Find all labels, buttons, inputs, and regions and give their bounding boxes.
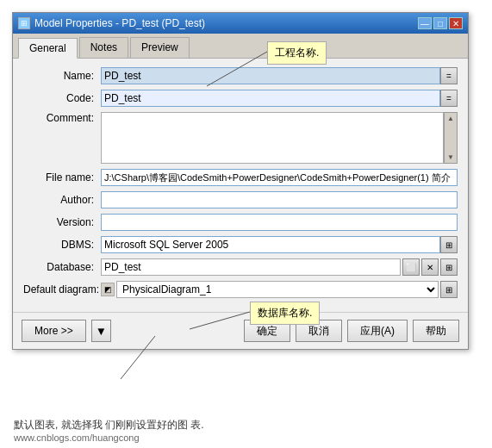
- bottom-note-arrow: [103, 327, 172, 379]
- code-field-group: =: [101, 90, 458, 107]
- dbms-field-group: ⊞: [101, 236, 458, 253]
- author-label: Author:: [23, 194, 101, 206]
- database-input[interactable]: [101, 258, 401, 276]
- default-diagram-select[interactable]: PhysicalDiagram_1: [116, 281, 439, 298]
- tab-preview[interactable]: Preview: [130, 37, 190, 58]
- bottom-note: 默认图表, 就选择我 们刚刚设置好的图 表.: [14, 418, 204, 432]
- version-row: Version:: [23, 214, 458, 231]
- more-button[interactable]: More >>: [22, 320, 86, 342]
- project-name-callout-text: 工程名称.: [267, 41, 327, 65]
- name-label: Name:: [23, 70, 101, 82]
- form-content: Name: = Code: = Comment: ▲ ▼: [13, 59, 468, 312]
- version-label: Version:: [23, 216, 101, 228]
- scroll-down-icon: ▼: [445, 152, 456, 163]
- dbms-row: DBMS: ⊞: [23, 236, 458, 253]
- code-label: Code:: [23, 92, 101, 104]
- window-icon: ⊞: [18, 17, 30, 29]
- filename-input[interactable]: [101, 169, 458, 186]
- name-field-group: =: [101, 67, 458, 84]
- comment-label: Comment:: [23, 112, 101, 124]
- default-diagram-label: Default diagram:: [23, 283, 101, 296]
- minimize-button[interactable]: —: [418, 17, 432, 29]
- maximize-button[interactable]: □: [433, 17, 447, 29]
- name-button[interactable]: =: [440, 67, 458, 84]
- tab-notes[interactable]: Notes: [79, 37, 128, 58]
- scroll-up-icon: ▲: [445, 113, 456, 124]
- title-bar: ⊞ Model Properties - PD_test (PD_test) —…: [13, 13, 468, 34]
- db-name-callout-text: 数据库名称.: [250, 302, 320, 325]
- filename-label: File name:: [23, 171, 101, 184]
- title-bar-left: ⊞ Model Properties - PD_test (PD_test): [18, 17, 205, 29]
- dbms-label: DBMS:: [23, 239, 101, 251]
- watermark: www.cnblogs.com/huangcong: [14, 432, 140, 443]
- title-controls: — □ ✕: [418, 17, 463, 29]
- db-name-callout-arrow: [181, 312, 258, 338]
- filename-row: File name:: [23, 169, 458, 186]
- dbms-input[interactable]: [101, 236, 440, 253]
- database-delete-icon[interactable]: ✕: [421, 258, 439, 276]
- default-diagram-row: Default diagram: ◩ PhysicalDiagram_1 ⊞: [23, 281, 458, 298]
- database-label: Database:: [23, 261, 101, 273]
- author-input[interactable]: [101, 191, 458, 208]
- diagram-type-icon: ◩: [101, 283, 115, 296]
- dbms-button[interactable]: ⊞: [440, 236, 458, 253]
- svg-line-2: [121, 336, 155, 379]
- version-input[interactable]: [101, 214, 458, 231]
- code-button[interactable]: =: [440, 90, 458, 107]
- author-row: Author:: [23, 191, 458, 208]
- comment-row: Comment: ▲ ▼: [23, 112, 458, 164]
- svg-line-0: [207, 52, 267, 86]
- database-open-icon[interactable]: ⊞: [440, 258, 458, 276]
- help-button[interactable]: 帮助: [413, 320, 459, 342]
- apply-button[interactable]: 应用(A): [347, 320, 408, 342]
- default-diagram-open-icon[interactable]: ⊞: [440, 281, 458, 298]
- database-row: Database: ⬜ ✕ ⊞: [23, 258, 458, 276]
- database-new-icon[interactable]: ⬜: [402, 258, 420, 276]
- window-title: Model Properties - PD_test (PD_test): [34, 17, 205, 29]
- tab-general[interactable]: General: [18, 38, 78, 59]
- comment-input[interactable]: [101, 112, 444, 164]
- close-button[interactable]: ✕: [449, 17, 463, 29]
- svg-line-1: [190, 312, 250, 329]
- default-diagram-field-group: ◩ PhysicalDiagram_1 ⊞: [101, 281, 458, 298]
- project-name-callout-arrow: [190, 52, 276, 95]
- database-field-group: ⬜ ✕ ⊞: [101, 258, 458, 276]
- comment-scrollbar[interactable]: ▲ ▼: [444, 112, 458, 164]
